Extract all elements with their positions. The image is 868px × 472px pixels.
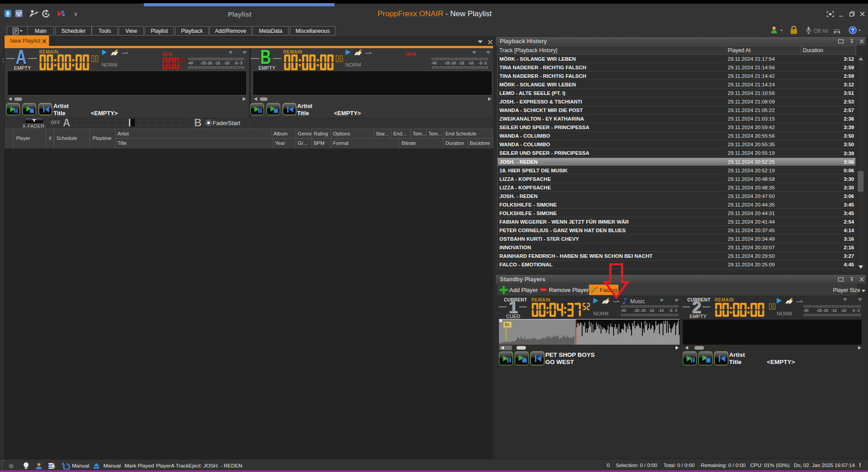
svg-text:?: ? <box>851 27 854 34</box>
